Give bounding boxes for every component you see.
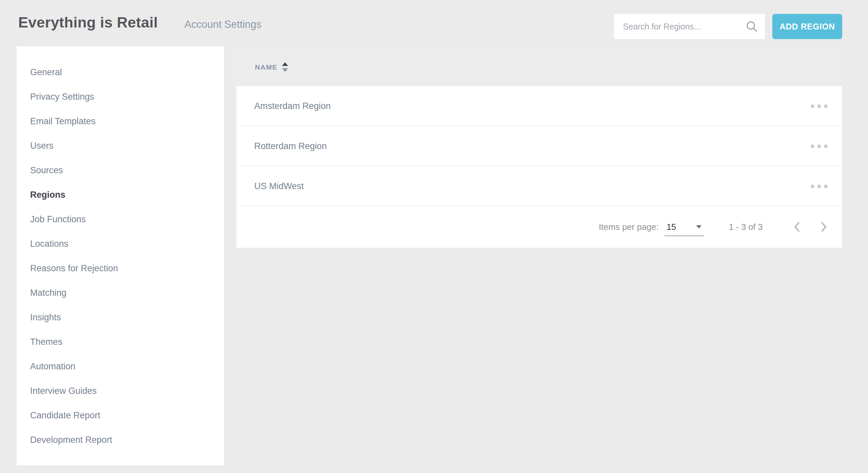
- sidebar-item-development-report[interactable]: Development Report: [17, 427, 224, 452]
- row-actions-button[interactable]: [811, 101, 828, 111]
- region-name: Amsterdam Region: [254, 101, 331, 111]
- table-row[interactable]: US MidWest: [236, 166, 842, 206]
- row-actions-button[interactable]: [811, 181, 828, 191]
- region-name: Rotterdam Region: [254, 141, 327, 151]
- sidebar-item-email-templates[interactable]: Email Templates: [17, 109, 224, 134]
- region-search: [614, 14, 765, 39]
- row-actions-button[interactable]: [811, 141, 828, 151]
- add-region-button[interactable]: ADD REGION: [772, 14, 842, 39]
- ellipsis-dot: [811, 104, 814, 108]
- page-title: Everything is Retail: [18, 14, 158, 31]
- pagination-range-label: 1 - 3 of 3: [728, 222, 763, 232]
- settings-sidebar: General Privacy Settings Email Templates…: [17, 47, 224, 465]
- table-row[interactable]: Amsterdam Region: [236, 86, 842, 126]
- items-per-page-value: 15: [666, 222, 676, 232]
- sidebar-item-insights[interactable]: Insights: [17, 305, 224, 330]
- chevron-left-icon: [794, 221, 801, 233]
- next-page-button[interactable]: [816, 219, 831, 234]
- table-header-row: NAME: [236, 48, 842, 86]
- ellipsis-dot: [824, 144, 828, 148]
- sort-desc-icon[interactable]: [282, 68, 288, 72]
- sidebar-item-users[interactable]: Users: [17, 134, 224, 158]
- sidebar-item-reasons-for-rejection[interactable]: Reasons for Rejection: [17, 256, 224, 280]
- sidebar-item-automation[interactable]: Automation: [17, 354, 224, 379]
- regions-table: NAME Amsterdam Region Rotterdam Region: [236, 48, 842, 248]
- sidebar-item-themes[interactable]: Themes: [17, 330, 224, 354]
- sidebar-item-locations[interactable]: Locations: [17, 232, 224, 256]
- table-pagination: Items per page: 15 1 - 3 of 3: [236, 206, 842, 247]
- ellipsis-dot: [811, 144, 814, 148]
- ellipsis-dot: [824, 184, 828, 188]
- search-input[interactable]: [614, 14, 765, 39]
- sort-icons: [282, 62, 288, 72]
- sidebar-item-job-functions[interactable]: Job Functions: [17, 207, 224, 232]
- sidebar-item-interview-guides[interactable]: Interview Guides: [17, 379, 224, 403]
- items-per-page-label: Items per page:: [599, 222, 659, 232]
- sidebar-item-general[interactable]: General: [17, 60, 224, 85]
- column-header-name-label: NAME: [255, 63, 277, 71]
- sort-asc-icon[interactable]: [282, 62, 288, 66]
- sidebar-item-regions[interactable]: Regions: [17, 182, 224, 207]
- ellipsis-dot: [824, 104, 828, 108]
- items-per-page-select[interactable]: 15: [664, 222, 704, 236]
- page-subtitle: Account Settings: [184, 19, 261, 30]
- chevron-down-icon: [696, 225, 702, 229]
- ellipsis-dot: [811, 184, 814, 188]
- ellipsis-dot: [817, 184, 821, 188]
- sidebar-item-privacy-settings[interactable]: Privacy Settings: [17, 85, 224, 109]
- prev-page-button[interactable]: [790, 219, 804, 234]
- column-header-name[interactable]: NAME: [255, 62, 288, 72]
- sidebar-item-matching[interactable]: Matching: [17, 280, 224, 305]
- ellipsis-dot: [817, 144, 821, 148]
- account-settings-page: Everything is Retail Account Settings AD…: [0, 0, 868, 473]
- chevron-right-icon: [820, 221, 827, 233]
- search-icon[interactable]: [745, 20, 758, 33]
- sidebar-item-sources[interactable]: Sources: [17, 158, 224, 182]
- region-name: US MidWest: [254, 181, 304, 191]
- table-row[interactable]: Rotterdam Region: [236, 126, 842, 166]
- sidebar-item-candidate-report[interactable]: Candidate Report: [17, 403, 224, 427]
- ellipsis-dot: [817, 104, 821, 108]
